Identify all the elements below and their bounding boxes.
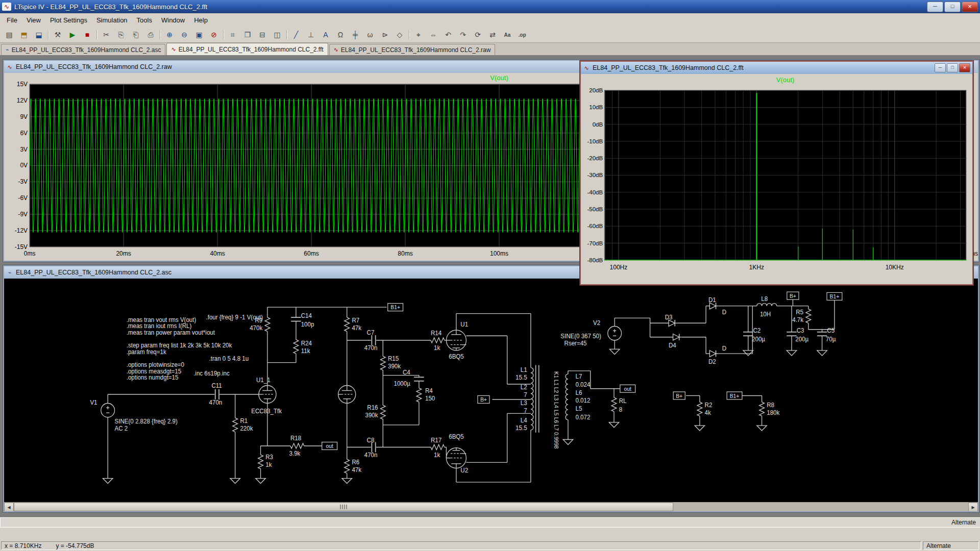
svg-text:B+: B+ bbox=[480, 397, 487, 403]
svg-text:R4: R4 bbox=[425, 387, 433, 394]
svg-text:SINE(0 367 50): SINE(0 367 50) bbox=[560, 333, 601, 339]
scroll-thumb[interactable] bbox=[14, 503, 673, 511]
raw-x-tick: 0ms bbox=[24, 250, 36, 257]
label-net-icon[interactable]: A bbox=[318, 28, 333, 41]
menu-window[interactable]: Window bbox=[157, 15, 189, 26]
cascade-windows-icon[interactable]: ❐ bbox=[240, 28, 255, 41]
svg-text:B1+: B1+ bbox=[390, 305, 400, 310]
svg-text:.options numdgt=15: .options numdgt=15 bbox=[127, 374, 179, 381]
tab-bar: ⌁EL84_PP_UL_ECC83_Tfk_1609Hammond CLC_2.… bbox=[0, 43, 980, 56]
print-icon[interactable]: ⎙ bbox=[143, 28, 158, 41]
raw-legend-vout[interactable]: V(out) bbox=[490, 74, 508, 82]
svg-text:R18: R18 bbox=[290, 435, 301, 441]
fft-maximize-button[interactable]: □ bbox=[947, 63, 958, 72]
undo-icon[interactable]: ↶ bbox=[441, 28, 455, 41]
fft-legend-vout[interactable]: V(out) bbox=[776, 76, 795, 84]
svg-text:B+: B+ bbox=[676, 393, 682, 399]
schematic-hscrollbar[interactable]: ◀ ▶ bbox=[4, 502, 978, 511]
scroll-left-button[interactable]: ◀ bbox=[4, 503, 14, 511]
diode-icon[interactable]: ⊳ bbox=[378, 28, 392, 41]
svg-text:15.5: 15.5 bbox=[516, 374, 527, 381]
scroll-track[interactable] bbox=[14, 503, 968, 511]
copy-icon[interactable]: ⎘ bbox=[114, 28, 128, 41]
cursor-y-readout: y = -54.775dB bbox=[56, 542, 94, 549]
svg-text:D2: D2 bbox=[708, 358, 716, 365]
alternate-mode-lower: Alternate bbox=[923, 541, 979, 550]
rotate-icon[interactable]: ⟳ bbox=[471, 28, 485, 41]
tab-fft[interactable]: ∿EL84_PP_UL_ECC83_Tfk_1609Hammond CLC_2.… bbox=[166, 43, 328, 55]
svg-text:200µ: 200µ bbox=[795, 336, 808, 342]
svg-text:.inc 6s19p.inc: .inc 6s19p.inc bbox=[193, 369, 230, 376]
schematic-window[interactable]: ⌁ EL84_PP_UL_ECC83_Tfk_1609Hammond CLC_2… bbox=[3, 265, 979, 512]
scroll-right-button[interactable]: ▶ bbox=[968, 503, 978, 511]
minimize-button[interactable]: ─ bbox=[927, 2, 943, 12]
svg-text:L6: L6 bbox=[575, 389, 582, 396]
component-icon[interactable]: ◇ bbox=[393, 28, 407, 41]
svg-text:R3: R3 bbox=[265, 454, 273, 460]
svg-text:B1+: B1+ bbox=[730, 393, 740, 399]
paste-icon[interactable]: ⎗ bbox=[129, 28, 143, 41]
wire-icon[interactable]: ╱ bbox=[289, 28, 303, 41]
toolbar-separator bbox=[285, 29, 288, 40]
mirror-icon[interactable]: ⇄ bbox=[485, 28, 500, 41]
fft-minimize-button[interactable]: ─ bbox=[935, 63, 946, 72]
fft-plot-area[interactable]: 20dB10dB0dB-10dB-20dB-30dB-40dB-50dB-60d… bbox=[581, 74, 972, 284]
close-button[interactable]: × bbox=[962, 2, 978, 12]
schematic-svg[interactable]: B1+outB+outB+B1+B+B1+V1SINE(0 2.828 {fre… bbox=[4, 279, 978, 503]
svg-text:R14: R14 bbox=[431, 330, 442, 336]
resistor-icon[interactable]: Ω bbox=[333, 28, 348, 41]
ground-icon[interactable]: ⊥ bbox=[304, 28, 318, 41]
zoom-full-extents-icon[interactable]: ▣ bbox=[192, 28, 206, 41]
zoom-out-icon[interactable]: ⊘ bbox=[207, 28, 221, 41]
maximize-button[interactable]: □ bbox=[944, 2, 961, 12]
menu-file[interactable]: File bbox=[2, 15, 22, 26]
text-icon[interactable]: Aa bbox=[500, 28, 514, 41]
raw-y-tick: -3V bbox=[18, 178, 28, 185]
fft-y-tick: -40dB bbox=[587, 189, 603, 195]
zoom-back-icon[interactable]: ⊖ bbox=[177, 28, 191, 41]
fft-window[interactable]: ∿ EL84_PP_UL_ECC83_Tfk_1609Hammond CLC_2… bbox=[580, 61, 973, 285]
capacitor-icon[interactable]: ╪ bbox=[348, 28, 362, 41]
show-grid-icon[interactable]: ⌗ bbox=[226, 28, 240, 41]
svg-text:8: 8 bbox=[619, 406, 622, 413]
halt-icon[interactable]: ■ bbox=[80, 28, 94, 41]
raw-y-tick: -6V bbox=[18, 194, 28, 202]
svg-text:L3: L3 bbox=[521, 399, 527, 406]
menu-plot-settings[interactable]: Plot Settings bbox=[45, 15, 92, 26]
redo-icon[interactable]: ↷ bbox=[456, 28, 470, 41]
save-icon[interactable]: ⬓ bbox=[32, 28, 46, 41]
schematic-canvas[interactable]: B1+outB+outB+B1+B+B1+V1SINE(0 2.828 {fre… bbox=[4, 279, 978, 503]
tab-raw[interactable]: ∿EL84_PP_UL_ECC83_Tfk_1609Hammond CLC_2.… bbox=[329, 44, 496, 55]
svg-text:C3: C3 bbox=[797, 327, 804, 334]
toolbar-separator bbox=[407, 29, 411, 40]
fft-y-tick: 20dB bbox=[589, 87, 603, 93]
menu-help[interactable]: Help bbox=[189, 15, 212, 26]
svg-text:470k: 470k bbox=[250, 324, 262, 331]
spice-directive-icon[interactable]: .op bbox=[515, 28, 529, 41]
cut-icon[interactable]: ✂ bbox=[99, 28, 113, 41]
menu-view[interactable]: View bbox=[22, 15, 45, 26]
tab-asc[interactable]: ⌁EL84_PP_UL_ECC83_Tfk_1609Hammond CLC_2.… bbox=[1, 44, 165, 55]
open-file-icon[interactable]: ⬒ bbox=[17, 28, 31, 41]
menu-simulation[interactable]: Simulation bbox=[92, 15, 132, 26]
menu-tools[interactable]: Tools bbox=[132, 15, 157, 26]
new-schematic-icon[interactable]: ▤ bbox=[2, 28, 16, 41]
fft-window-titlebar[interactable]: ∿ EL84_PP_UL_ECC83_Tfk_1609Hammond CLC_2… bbox=[581, 62, 972, 74]
control-panel-icon[interactable]: ⚒ bbox=[51, 28, 65, 41]
app-icon[interactable]: ∿ bbox=[2, 3, 11, 11]
zoom-in-icon[interactable]: ⊕ bbox=[162, 28, 177, 41]
drag-icon[interactable]: ⇔ bbox=[426, 28, 440, 41]
tile-horizontally-icon[interactable]: ⊟ bbox=[255, 28, 270, 41]
move-icon[interactable]: ⌖ bbox=[411, 28, 426, 41]
svg-text:C4: C4 bbox=[403, 369, 410, 375]
title-bar[interactable]: ∿ LTspice IV - EL84_PP_UL_ECC83_Tfk_1609… bbox=[0, 0, 980, 13]
svg-text:L5: L5 bbox=[575, 405, 582, 412]
fft-plot-svg[interactable]: 20dB10dB0dB-10dB-20dB-30dB-40dB-50dB-60d… bbox=[581, 74, 972, 284]
fft-y-tick: -70dB bbox=[587, 240, 603, 246]
tile-vertically-icon[interactable]: ◫ bbox=[270, 28, 284, 41]
svg-text:.step param freq list 1k 2k 3k: .step param freq list 1k 2k 3k 5k 10k 20… bbox=[127, 342, 232, 348]
run-icon[interactable]: ▶ bbox=[65, 28, 80, 41]
svg-text:out: out bbox=[326, 443, 333, 449]
fft-close-button[interactable]: × bbox=[959, 63, 970, 72]
inductor-icon[interactable]: ω bbox=[363, 28, 377, 41]
